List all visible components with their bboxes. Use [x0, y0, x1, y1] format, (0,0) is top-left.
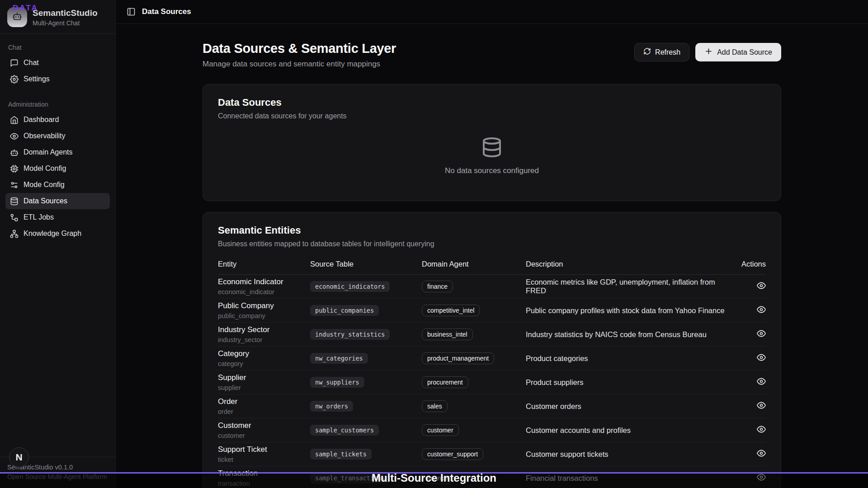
domain-agent-badge: product_management: [422, 352, 494, 364]
sidebar-item-domain-agents[interactable]: Domain Agents: [5, 144, 110, 160]
sidebar-item-knowledge-graph[interactable]: Knowledge Graph: [5, 225, 110, 242]
domain-agent-badge: sales: [422, 400, 448, 412]
dev-badge[interactable]: N: [9, 447, 29, 467]
table-row: Public Company public_company public_com…: [218, 299, 766, 323]
refresh-icon: [643, 47, 651, 57]
semantic-entities-card: Semantic Entities Business entities mapp…: [203, 212, 781, 488]
source-table-badge: public_companies: [310, 305, 379, 316]
column-header-source-table: Source Table: [310, 260, 422, 268]
sidebar-nav: Chat Chat Settings Administration Dashbo…: [0, 34, 115, 457]
graph-icon: [10, 230, 19, 238]
entity-description: Public company profiles with stock data …: [526, 306, 737, 315]
data-sources-card-subtitle: Connected data sources for your agents: [218, 112, 766, 120]
table-row: Economic Indicator economic_indicator ec…: [218, 275, 766, 299]
domain-agent-badge: procurement: [422, 376, 468, 388]
entity-name: Category: [218, 349, 310, 358]
source-table-badge: nw_categories: [310, 353, 368, 364]
entity-name: Supplier: [218, 373, 310, 382]
main-area: Data Sources Data Sources & Semantic Lay…: [116, 0, 868, 488]
entity-name: Order: [218, 397, 310, 406]
workflow-icon: [10, 213, 19, 222]
entity-name: Industry Sector: [218, 325, 310, 334]
domain-agent-badge: competitive_intel: [422, 305, 480, 316]
sidebar-group: Chat Chat Settings: [5, 40, 110, 87]
entity-name: Support Ticket: [218, 445, 310, 454]
eye-icon: [10, 132, 19, 141]
table-row: Order order nw_orders sales Customer ord…: [218, 394, 766, 418]
domain-agent-badge: finance: [422, 281, 453, 292]
sidebar-item-chat[interactable]: Chat: [5, 55, 110, 71]
bot-icon: [10, 148, 19, 157]
entity-slug: public_company: [218, 312, 310, 319]
home-icon: [10, 116, 19, 124]
add-data-source-label: Add Data Source: [717, 48, 772, 56]
semantic-entities-title: Semantic Entities: [218, 225, 766, 236]
sidebar: DATA SemanticStudio Multi-Agent Chat Cha…: [0, 0, 116, 488]
source-table-badge: economic_indicators: [310, 281, 390, 292]
sidebar-item-model-config[interactable]: Model Config: [5, 160, 110, 177]
sidebar-item-data-sources[interactable]: Data Sources: [5, 193, 110, 209]
entity-name: Customer: [218, 421, 310, 430]
entities-table: Entity Source Table Domain Agent Descrip…: [218, 260, 766, 488]
plus-icon: [704, 47, 713, 57]
view-entity-button[interactable]: [757, 449, 766, 458]
header-actions: Refresh Add Data Source: [634, 43, 781, 61]
data-sources-card-title: Data Sources: [218, 97, 766, 108]
sidebar-item-observability[interactable]: Observability: [5, 128, 110, 144]
data-sources-card: Data Sources Connected data sources for …: [203, 84, 781, 201]
entity-description: Economic metrics like GDP, unemployment,…: [526, 278, 737, 295]
page-content: Data Sources & Semantic Layer Manage dat…: [116, 24, 868, 488]
view-entity-button[interactable]: [757, 401, 766, 410]
table-header-row: Entity Source Table Domain Agent Descrip…: [218, 260, 766, 275]
overlay-caption: Multi-Source Integration: [0, 472, 868, 484]
table-row: Supplier supplier nw_suppliers procureme…: [218, 371, 766, 394]
table-row: Customer customer sample_customers custo…: [218, 418, 766, 442]
panel-left-icon[interactable]: [127, 7, 136, 16]
table-body: Economic Indicator economic_indicator ec…: [218, 275, 766, 488]
entity-description: Customer orders: [526, 402, 737, 411]
column-header-domain-agent: Domain Agent: [422, 260, 526, 268]
database-icon: [481, 136, 503, 158]
entity-name: Public Company: [218, 301, 310, 310]
page-subtitle: Manage data sources and semantic entity …: [203, 60, 396, 69]
app-window: DATA SemanticStudio Multi-Agent Chat Cha…: [0, 0, 868, 488]
sidebar-group-label: Chat: [5, 40, 110, 55]
sidebar-item-dashboard[interactable]: Dashboard: [5, 112, 110, 128]
source-table-badge: nw_orders: [310, 401, 353, 412]
empty-state: No data sources configured: [203, 120, 781, 201]
view-entity-button[interactable]: [757, 329, 766, 338]
sliders-icon: [10, 181, 19, 189]
domain-agent-badge: business_intel: [422, 328, 473, 340]
column-header-description: Description: [526, 260, 737, 268]
entity-description: Customer accounts and profiles: [526, 426, 737, 435]
refresh-label: Refresh: [655, 48, 680, 56]
app-subtitle: Multi-Agent Chat: [33, 19, 98, 27]
empty-state-text: No data sources configured: [445, 166, 539, 175]
add-data-source-button[interactable]: Add Data Source: [695, 43, 781, 61]
sidebar-item-etl-jobs[interactable]: ETL Jobs: [5, 209, 110, 225]
table-row: Industry Sector industry_sector industry…: [218, 323, 766, 347]
refresh-button[interactable]: Refresh: [634, 43, 689, 61]
bot-icon: [12, 11, 22, 23]
entity-description: Industry statistics by NAICS code from C…: [526, 330, 737, 339]
entity-slug: customer: [218, 432, 310, 439]
sidebar-item-mode-config[interactable]: Mode Config: [5, 177, 110, 193]
entity-slug: supplier: [218, 384, 310, 391]
sidebar-item-settings[interactable]: Settings: [5, 71, 110, 87]
view-entity-button[interactable]: [757, 425, 766, 434]
source-table-badge: sample_customers: [310, 425, 379, 436]
domain-agent-badge: customer: [422, 424, 459, 436]
view-entity-button[interactable]: [757, 353, 766, 362]
chat-icon: [10, 59, 19, 67]
page-header: Data Sources & Semantic Layer Manage dat…: [203, 41, 781, 69]
table-row: Support Ticket ticket sample_tickets cus…: [218, 442, 766, 466]
data-overlay-label: DATA: [13, 4, 38, 13]
entity-slug: order: [218, 408, 310, 415]
view-entity-button[interactable]: [757, 281, 766, 290]
view-entity-button[interactable]: [757, 305, 766, 314]
entity-description: Product categories: [526, 354, 737, 363]
topbar-title: Data Sources: [142, 7, 191, 16]
sidebar-header: DATA SemanticStudio Multi-Agent Chat: [0, 0, 115, 34]
view-entity-button[interactable]: [757, 377, 766, 386]
semantic-entities-subtitle: Business entities mapped to database tab…: [218, 240, 766, 248]
